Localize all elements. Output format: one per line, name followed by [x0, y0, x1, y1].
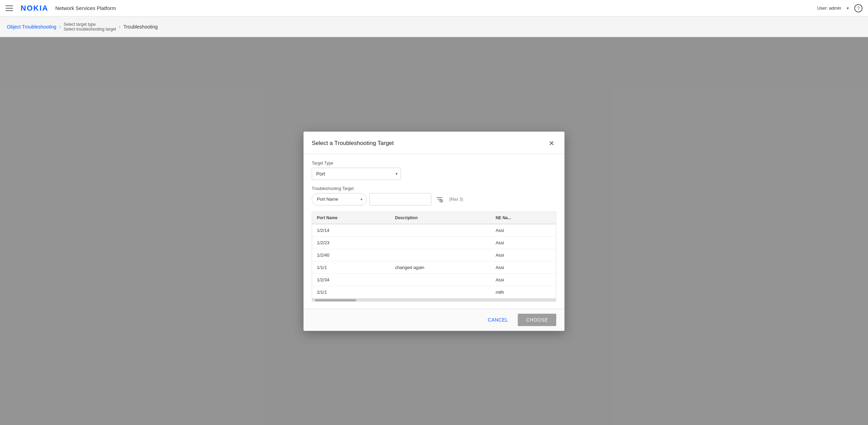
- target-type-label: Target Type: [312, 161, 556, 166]
- cell-port-name: 1/2/14: [312, 224, 390, 237]
- horizontal-scrollbar-thumb: [315, 299, 356, 301]
- cell-description: changed again: [390, 261, 491, 273]
- breadcrumb-line1: Select target type: [64, 22, 116, 27]
- target-type-field-group: Target Type Port ▾: [312, 161, 556, 180]
- cell-description: [390, 224, 491, 237]
- user-label: User: admin: [817, 5, 841, 11]
- cell-description: [390, 236, 491, 249]
- table-row[interactable]: 1/2/34 Assi: [312, 273, 556, 286]
- help-icon[interactable]: ?: [854, 4, 863, 12]
- target-filter-row: Port Name ▾: [312, 193, 556, 205]
- col-ne-name: NE Na...: [491, 212, 556, 224]
- filter-text-input[interactable]: [369, 193, 431, 205]
- table-row[interactable]: 1/2/23 Assi: [312, 236, 556, 249]
- filter-select-wrapper: Port Name ▾: [312, 193, 367, 205]
- breadcrumb-arrow-2: ›: [119, 24, 121, 30]
- main-content: Select a Troubleshooting Target ✕ Target…: [0, 37, 868, 425]
- cell-description: [390, 273, 491, 286]
- breadcrumb-arrow-1: ›: [59, 24, 61, 30]
- app-title: Network Services Platform: [55, 5, 116, 11]
- breadcrumb-troubleshooting: Troubleshooting: [123, 24, 158, 30]
- cell-port-name: 2/1/1: [312, 286, 390, 298]
- cell-ne-name: Assi: [491, 261, 556, 273]
- table-row[interactable]: 1/2/40 Assi: [312, 249, 556, 261]
- modal-header: Select a Troubleshooting Target ✕: [304, 132, 564, 154]
- col-port-name: Port Name: [312, 212, 390, 224]
- topnav-right-section: User: admin ▾ ?: [817, 4, 863, 12]
- cell-description: [390, 249, 491, 261]
- choose-button[interactable]: CHOOSE: [518, 314, 556, 326]
- cell-ne-name: Assi: [491, 249, 556, 261]
- select-target-modal: Select a Troubleshooting Target ✕ Target…: [304, 132, 564, 331]
- target-type-select-wrapper: Port ▾: [312, 168, 401, 180]
- nokia-logo: NOKIA: [21, 4, 48, 13]
- cell-port-name: 1/1/1: [312, 261, 390, 273]
- col-description: Description: [390, 212, 491, 224]
- modal-title: Select a Troubleshooting Target: [312, 140, 394, 147]
- table-scroll-area[interactable]: Port Name Description NE Na... 1/2/14 As…: [312, 212, 556, 299]
- troubleshooting-target-field-group: Troubleshooting Target Port Name ▾: [312, 186, 556, 205]
- filter-add-icon[interactable]: [434, 194, 445, 205]
- modal-overlay: Select a Troubleshooting Target ✕ Target…: [0, 37, 868, 425]
- cell-ne-name: mtlh: [491, 286, 556, 298]
- close-icon[interactable]: ✕: [547, 138, 556, 148]
- modal-body: Target Type Port ▾ Troubleshooting Targe…: [304, 154, 564, 309]
- user-dropdown-icon[interactable]: ▾: [847, 6, 849, 11]
- table-row[interactable]: 1/2/14 Assi: [312, 224, 556, 237]
- max-label: (Max 3): [449, 197, 463, 202]
- results-table: Port Name Description NE Na... 1/2/14 As…: [312, 212, 556, 299]
- cell-ne-name: Assi: [491, 273, 556, 286]
- breadcrumb: Object Troubleshooting › Select target t…: [0, 16, 868, 37]
- breadcrumb-object-troubleshooting[interactable]: Object Troubleshooting: [7, 24, 56, 30]
- table-row[interactable]: 1/1/1 changed again Assi: [312, 261, 556, 273]
- filter-field-select[interactable]: Port Name: [312, 193, 367, 205]
- horizontal-scrollbar[interactable]: [312, 299, 556, 301]
- breadcrumb-select-target: Select target type Select troubleshootin…: [64, 22, 116, 32]
- cell-port-name: 1/2/40: [312, 249, 390, 261]
- cell-port-name: 1/2/23: [312, 236, 390, 249]
- results-table-container: Port Name Description NE Na... 1/2/14 As…: [312, 212, 556, 302]
- breadcrumb-line2: Select troubleshooting target: [64, 27, 116, 32]
- menu-icon[interactable]: [5, 3, 15, 13]
- cancel-button[interactable]: CANCEL: [481, 314, 515, 326]
- target-type-select[interactable]: Port: [312, 168, 401, 180]
- cell-ne-name: Assi: [491, 224, 556, 237]
- top-navigation: NOKIA Network Services Platform User: ad…: [0, 0, 868, 16]
- cell-port-name: 1/2/34: [312, 273, 390, 286]
- cell-description: [390, 286, 491, 298]
- modal-footer: CANCEL CHOOSE: [304, 309, 564, 331]
- table-header-row: Port Name Description NE Na...: [312, 212, 556, 224]
- troubleshooting-target-label: Troubleshooting Target: [312, 186, 556, 191]
- table-row[interactable]: 2/1/1 mtlh: [312, 286, 556, 298]
- cell-ne-name: Assi: [491, 236, 556, 249]
